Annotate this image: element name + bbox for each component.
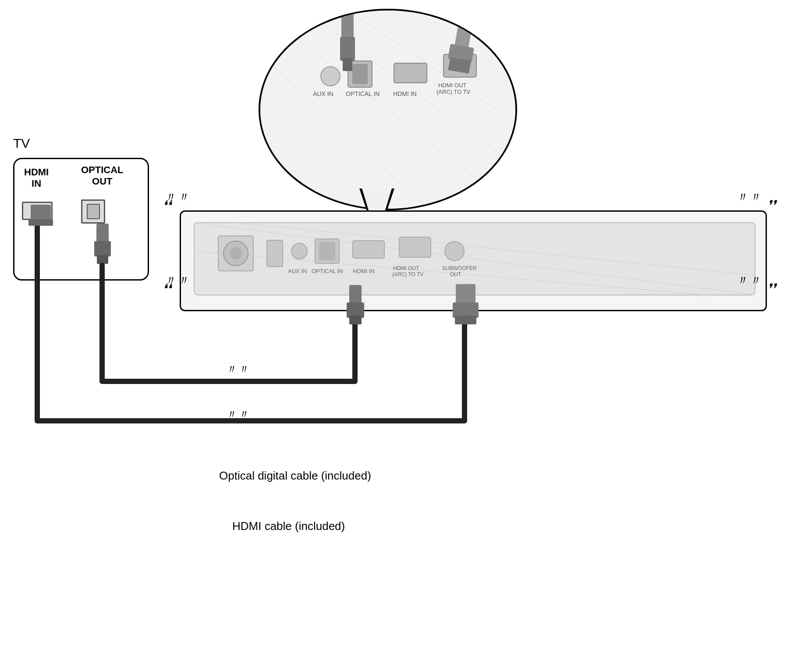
svg-rect-9 xyxy=(352,64,368,84)
svg-text:OUT: OUT xyxy=(450,271,461,277)
svg-text:AUX IN: AUX IN xyxy=(288,268,307,274)
wave-left-bottom: ❛❛ xyxy=(162,281,171,297)
wave-left-top: ❛❛ xyxy=(162,197,171,214)
optical-cable-label: Optical digital cable (included) xyxy=(219,469,371,483)
svg-text:OPTICAL IN: OPTICAL IN xyxy=(312,268,343,274)
svg-text:HDMI OUT: HDMI OUT xyxy=(393,265,419,271)
svg-point-28 xyxy=(230,247,242,260)
wave-right-top: ❜❜ xyxy=(767,197,776,214)
tv-optical-out-label: OPTICALOUT xyxy=(81,164,124,188)
svg-rect-11 xyxy=(394,63,427,83)
svg-rect-29 xyxy=(267,240,283,267)
tv-hdmi-in-label: HDMIIN xyxy=(24,167,49,190)
svg-point-40 xyxy=(445,242,464,261)
svg-text:〃〃: 〃〃 xyxy=(226,408,250,421)
soundbar-svg: AUX IN OPTICAL IN HDMI IN HDMI OUT (ARC)… xyxy=(181,212,768,313)
hdmi-cable-label: HDMI cable (included) xyxy=(232,519,345,533)
svg-rect-35 xyxy=(353,241,384,258)
zoom-circle: AUX IN OPTICAL IN HDMI IN HDMI OUT (ARC)… xyxy=(259,9,517,210)
svg-text:(ARC) TO TV: (ARC) TO TV xyxy=(436,89,471,95)
svg-point-6 xyxy=(321,67,340,86)
wave-right-bottom: ❜❜ xyxy=(767,281,776,297)
soundbar-box: AUX IN OPTICAL IN HDMI IN HDMI OUT (ARC)… xyxy=(180,210,767,311)
svg-text:〃〃: 〃〃 xyxy=(736,190,763,204)
zoom-svg: AUX IN OPTICAL IN HDMI IN HDMI OUT (ARC)… xyxy=(260,11,517,210)
tv-hdmi-port xyxy=(22,202,53,220)
tv-label: TV xyxy=(13,136,30,151)
svg-point-30 xyxy=(291,243,307,259)
svg-text:SUBWOOFER: SUBWOOFER xyxy=(442,265,477,271)
svg-text:(ARC) TO TV: (ARC) TO TV xyxy=(392,271,423,277)
svg-text:OPTICAL IN: OPTICAL IN xyxy=(346,90,380,97)
svg-rect-17 xyxy=(340,37,355,61)
svg-text:〃〃: 〃〃 xyxy=(226,363,250,376)
svg-rect-18 xyxy=(343,58,352,71)
tv-optical-port xyxy=(81,199,105,224)
svg-rect-37 xyxy=(399,237,431,257)
svg-rect-33 xyxy=(319,242,335,260)
svg-text:HDMI OUT: HDMI OUT xyxy=(438,82,466,89)
tv-optical-port-inner xyxy=(87,204,100,219)
svg-text:HDMI IN: HDMI IN xyxy=(353,268,375,274)
svg-text:AUX IN: AUX IN xyxy=(313,90,333,97)
diagram: TV HDMIIN OPTICALOUT AUX IN OPTICAL IN xyxy=(0,0,791,672)
svg-text:HDMI IN: HDMI IN xyxy=(393,90,417,97)
svg-rect-53 xyxy=(455,316,476,324)
svg-rect-48 xyxy=(349,316,362,324)
